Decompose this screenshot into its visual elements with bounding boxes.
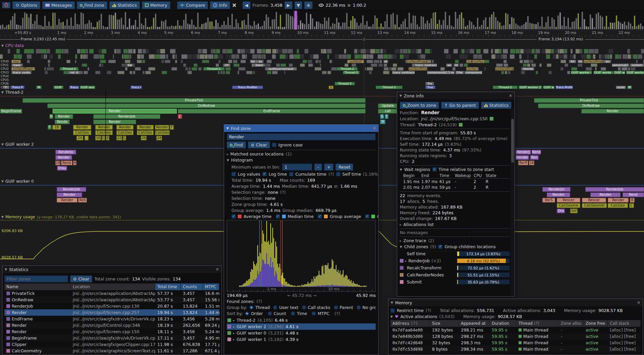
cpu-zone[interactable]: Thread-2 [337,67,358,71]
cpu-zone[interactable]: Trac [425,86,435,89]
cpu-zone[interactable]: surfaceflinge [495,67,514,71]
timeline-zone[interactable]: Rencer [557,198,580,203]
timeline-zone[interactable]: RenderJob [57,187,86,192]
statistics-row[interactable]: PrivateTick jni/../jni/src/claw/applicat… [4,290,219,297]
cpu-zone[interactable]: kw [127,63,133,67]
found-zone-group[interactable]: ▸ Thread-2 (4,105) 6.46 s [227,317,376,323]
group-by-radio[interactable] [334,305,338,310]
reset-button[interactable]: Reset [335,164,353,171]
timeline-zone[interactable]: Rend [623,192,644,197]
allocation-row[interactable]: 0x7e049b3d00 128 bytes 298.27 ms 59.95 s… [390,333,641,340]
histogram-toggle[interactable]: ▼ Histogram [227,158,376,163]
relative-time-checkbox[interactable] [432,167,437,172]
timeline-zone[interactable]: 9 [73,161,76,165]
legend-checkbox[interactable] [231,214,236,219]
cumulate-time-checkbox[interactable] [289,172,293,176]
cpu-zone[interactable]: surfacef [347,60,364,63]
memory-titlebar[interactable]: ▼ Memory ✕ [388,299,643,306]
cpu-zone[interactable]: surfaceflinger [409,67,427,71]
cpu-zone[interactable]: rot_d [68,71,80,74]
timeline-zone[interactable]: PrivateTick [22,98,366,103]
timeline-zone[interactable]: R [630,198,635,203]
allocation-row[interactable]: 0x7dfc42d640 32 bytes 298.3 ms 59.95 s M… [390,340,641,346]
cpu-zone[interactable]: au [604,60,611,63]
timeline-zone[interactable]: Rende [55,120,70,124]
timeline-zone[interactable]: Render [581,109,644,114]
timeline-zone[interactable]: RenderJo [55,150,76,154]
cpu-zone[interactable]: Thread-2 [493,86,518,89]
timeline-zone[interactable]: Render [95,125,113,130]
options-button[interactable]: ⚙Options [12,1,40,9]
timeline-zone[interactable]: BeginFrame [0,109,22,114]
find-zone-search-input[interactable] [227,133,376,140]
timeline-zone[interactable]: Render [590,192,621,197]
col-name[interactable]: Name [4,283,71,290]
frame-overview-strip[interactable] [0,11,644,30]
cpu-zone[interactable]: fol [569,60,576,63]
cpu-zone[interactable]: Tracy Profiler [555,86,573,89]
cpu-zone[interactable]: GUIF w [614,71,625,74]
clear-filter-button[interactable]: ⊘Clear [70,275,92,282]
timeline-zone[interactable]: T [385,114,388,119]
timeline-zone[interactable]: Render [53,109,177,114]
allocations-list-toggle[interactable]: ▸Allocations list [400,222,510,227]
timeline-zone[interactable]: F [48,125,52,130]
zone-info-titlebar[interactable]: ▼ Zone info ✕ [397,92,515,99]
timeline-zone[interactable]: Render [608,198,629,203]
cpu-zone[interactable]: cfr [223,63,230,67]
cpu-zone[interactable]: audioserver/aud [265,67,297,71]
timeline-zone[interactable]: Render [73,125,91,130]
cpu-zone[interactable]: [Hw [455,71,464,74]
cpu-zone[interactable]: ssur [11,60,21,63]
next-frame-button[interactable]: ▶ [284,1,292,9]
timeline-zone[interactable]: Render [155,125,169,130]
close-icon[interactable]: ✕ [509,93,512,98]
cpu-zone[interactable]: A [329,86,333,89]
cpu-zone[interactable]: surfaceflinge [407,60,427,63]
timeline-zone[interactable]: OnRedraw [47,103,366,108]
find-zone-histogram[interactable]: 1 ms 10 ms [227,220,376,292]
statistics-row[interactable]: RenderJob jni/../jni/src/guif/Screen.cpp… [4,303,219,309]
section-header-memory-usage[interactable]: ▼ Memory usage (y-range: 178.27 KB, visi… [1,215,121,219]
cpu-zone[interactable]: Tra [425,82,434,85]
timeline-zone[interactable]: RerS [542,198,555,203]
child-zone-row[interactable]: RecalcTransform 72.92 μs (1.62%) [400,264,510,271]
timeline-zone[interactable]: 18 [52,125,61,130]
cpu-zone[interactable]: GUIF w [543,86,554,89]
cpu-zone[interactable]: id [453,63,459,67]
timeline-zone[interactable]: Render [57,192,82,197]
bin-minus-button[interactable]: - [314,164,322,171]
col-duration[interactable]: Duration [490,320,517,327]
timeline-zone[interactable]: C [629,203,634,208]
wait-regions-toggle[interactable]: ▼Wait regions Time relative to zone star… [400,167,510,172]
timeline-zone[interactable]: 24 [76,136,83,140]
scrollbar-thumb[interactable] [511,119,514,163]
allocation-row[interactable]: 0x7dfc53d898 8 bytes 298.34 ms 59.95 s M… [390,346,641,352]
cpu-zone[interactable]: surfaceflinger [11,67,35,71]
cpu-zone[interactable]: Thread-2 [335,82,355,85]
timeline-zone[interactable]: 24 [156,136,162,140]
cpu-zone[interactable]: M [36,86,42,89]
col-counts[interactable]: Counts [181,283,203,290]
close-icon[interactable]: ✕ [637,300,640,305]
timeline-zone[interactable]: CalcGeo [608,203,628,208]
found-zone-group[interactable]: ▸ GUIF worker 1 (3,192) 4.39 s [227,336,376,343]
min-bin-input[interactable] [282,164,312,171]
statistics-row[interactable]: CalcGeometry jni/../jni/src/claw/graphic… [4,348,219,354]
timeline-zone[interactable]: CalcGeo [95,130,113,135]
col-address[interactable]: Address(?) [390,320,430,327]
compare-button[interactable]: Compare [177,1,208,9]
timeline-zone[interactable]: Update [378,103,397,108]
timeline-zone[interactable]: Tr [380,120,385,124]
cpu-zone[interactable]: GUIF worker 0 [571,71,592,74]
cpu-zone[interactable]: su [466,60,472,63]
goto-frame-button[interactable]: ▼ [294,1,303,9]
col-size[interactable]: Size [430,320,459,327]
cpu-zone[interactable]: GUIF worker 2 [519,86,542,89]
legend-checkbox[interactable] [276,214,280,219]
statistics-row[interactable]: OnRedraw jni/../jni/src/claw/application… [4,297,219,303]
cpu-zone[interactable]: et [383,60,388,63]
log-values-checkbox[interactable] [231,172,236,176]
zone-statistics-button[interactable]: Statistics [481,102,512,109]
log-time-checkbox[interactable] [262,172,267,176]
